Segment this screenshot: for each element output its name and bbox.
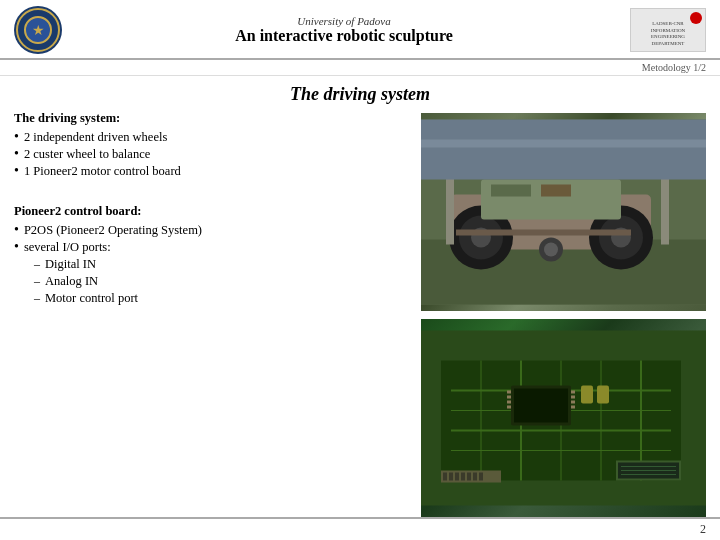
driving-system-block: The driving system: • 2 independent driv… — [14, 111, 411, 180]
bullet-icon: • — [14, 147, 19, 161]
list-item: • 2 independent driven wheels — [14, 129, 411, 146]
svg-rect-48 — [473, 473, 477, 481]
circuit-board-image — [421, 319, 706, 517]
board-svg — [421, 319, 706, 517]
svg-rect-31 — [514, 389, 568, 423]
content-area: The driving system: • 2 independent driv… — [0, 111, 720, 517]
svg-rect-49 — [479, 473, 483, 481]
svg-rect-47 — [467, 473, 471, 481]
sub-item-text: Digital IN — [45, 257, 96, 272]
university-logo-left: ★ — [14, 6, 62, 54]
bullet-text: 2 custer wheel to balance — [24, 147, 150, 162]
svg-rect-46 — [461, 473, 465, 481]
header-center: University of Padova An interactive robo… — [62, 15, 626, 45]
svg-rect-33 — [507, 396, 511, 399]
header-logo-right: LADSEB-CNRINFORMATIONENGINEERINGDEPARTME… — [626, 6, 706, 54]
svg-rect-18 — [421, 140, 706, 148]
svg-rect-16 — [661, 175, 669, 245]
chassis-svg — [421, 113, 706, 311]
svg-point-10 — [544, 243, 558, 257]
bullet-icon: • — [14, 240, 19, 254]
pioneer2-sub-list: – Digital IN – Analog IN – Motor control… — [34, 256, 411, 307]
svg-rect-32 — [507, 391, 511, 394]
bullet-text: 2 independent driven wheels — [24, 130, 167, 145]
logo-star-icon: ★ — [32, 22, 45, 39]
svg-rect-11 — [456, 230, 631, 236]
bullet-icon: • — [14, 164, 19, 178]
bullet-text: several I/O ports: — [24, 240, 111, 255]
sub-dash-icon: – — [34, 291, 40, 306]
text-column: The driving system: • 2 independent driv… — [14, 111, 411, 517]
sub-list-item: – Analog IN — [34, 273, 411, 290]
bullet-icon: • — [14, 223, 19, 237]
logo-red-dot — [690, 12, 702, 24]
section-title: The driving system — [0, 76, 720, 111]
metodology-label: Metodology 1/2 — [0, 60, 720, 76]
svg-rect-37 — [571, 396, 575, 399]
pioneer2-heading: Pioneer2 control board: — [14, 204, 411, 219]
svg-rect-39 — [571, 406, 575, 409]
svg-rect-36 — [571, 391, 575, 394]
driving-system-heading: The driving system: — [14, 111, 411, 126]
svg-rect-35 — [507, 406, 511, 409]
svg-rect-15 — [446, 175, 454, 245]
footer: 2 — [0, 517, 720, 540]
list-item: • 1 Pioneer2 motor control board — [14, 163, 411, 180]
svg-rect-45 — [455, 473, 459, 481]
svg-rect-14 — [541, 185, 571, 197]
svg-rect-41 — [597, 386, 609, 404]
logo-inner-ring: ★ — [24, 16, 52, 44]
sub-item-text: Motor control port — [45, 291, 138, 306]
svg-rect-38 — [571, 401, 575, 404]
right-institution-logo: LADSEB-CNRINFORMATIONENGINEERINGDEPARTME… — [630, 8, 706, 52]
sub-list-item: – Motor control port — [34, 290, 411, 307]
robot-chassis-image — [421, 113, 706, 311]
image-column — [421, 111, 706, 517]
svg-rect-34 — [507, 401, 511, 404]
sub-item-text: Analog IN — [45, 274, 98, 289]
university-name: University of Padova — [62, 15, 626, 27]
slide-title-header: An interactive robotic sculpture — [62, 27, 626, 45]
logo-outer-ring: ★ — [16, 8, 60, 52]
header: ★ University of Padova An interactive ro… — [0, 0, 720, 60]
driving-system-bullets: • 2 independent driven wheels • 2 custer… — [14, 129, 411, 180]
right-logo-text: LADSEB-CNRINFORMATIONENGINEERINGDEPARTME… — [649, 19, 687, 49]
svg-rect-44 — [449, 473, 453, 481]
svg-rect-40 — [581, 386, 593, 404]
svg-rect-43 — [443, 473, 447, 481]
bullet-text: 1 Pioneer2 motor control board — [24, 164, 181, 179]
svg-rect-17 — [421, 120, 706, 180]
sub-dash-icon: – — [34, 257, 40, 272]
bullet-icon: • — [14, 130, 19, 144]
list-item: • several I/O ports: — [14, 239, 411, 256]
svg-rect-13 — [491, 185, 531, 197]
list-item: • 2 custer wheel to balance — [14, 146, 411, 163]
pioneer2-bullets: • P2OS (Pioneer2 Operating System) • sev… — [14, 222, 411, 256]
sub-dash-icon: – — [34, 274, 40, 289]
list-item: • P2OS (Pioneer2 Operating System) — [14, 222, 411, 239]
bullet-text: P2OS (Pioneer2 Operating System) — [24, 223, 202, 238]
slide: ★ University of Padova An interactive ro… — [0, 0, 720, 540]
page-number: 2 — [700, 522, 706, 537]
pioneer2-block: Pioneer2 control board: • P2OS (Pioneer2… — [14, 204, 411, 307]
sub-list-item: – Digital IN — [34, 256, 411, 273]
